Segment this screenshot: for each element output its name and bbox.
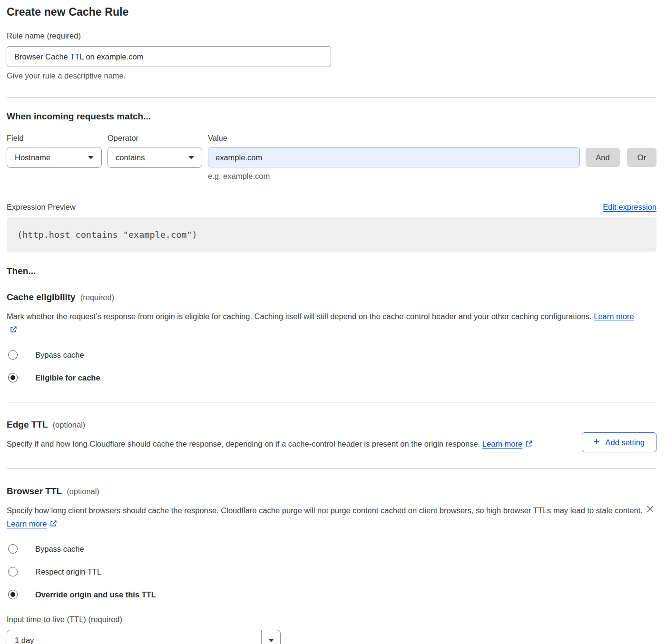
optional-note: (optional) <box>53 420 86 429</box>
field-select-value: Hostname <box>15 153 50 162</box>
radio-button-icon[interactable] <box>8 544 18 554</box>
chevron-down-icon <box>88 156 94 159</box>
or-button[interactable]: Or <box>627 148 656 167</box>
rule-name-help: Give your rule a descriptive name. <box>7 71 656 80</box>
radio-option-label: Respect origin TTL <box>35 567 101 576</box>
operator-label: Operator <box>108 134 208 143</box>
chevron-down-icon <box>268 639 274 642</box>
radio-option-bypass-cache[interactable]: Bypass cache <box>7 544 656 554</box>
dropdown-arrow-button[interactable] <box>261 630 280 644</box>
ttl-select-value: 1 day <box>7 630 261 644</box>
radio-option-label: Override origin and use this TTL <box>35 590 156 599</box>
add-setting-button[interactable]: + Add setting <box>582 432 656 452</box>
radio-button-icon[interactable] <box>8 350 18 360</box>
radio-option-label: Bypass cache <box>35 351 84 360</box>
plus-icon: + <box>594 437 600 447</box>
radio-option-eligible-for-cache[interactable]: Eligible for cache <box>7 373 656 382</box>
learn-more-link[interactable]: Learn more <box>594 312 634 321</box>
match-heading: When incoming requests match... <box>7 111 656 122</box>
edge-ttl-description: Specify if and how long Cloudflare shoul… <box>7 437 535 450</box>
operator-select-value: contains <box>116 153 145 162</box>
browser-ttl-section: Browser TTL (optional) Specify how long … <box>7 486 656 644</box>
cache-eligibility-heading: Cache eligibility <box>7 292 76 302</box>
expression-preview-label: Expression Preview <box>7 203 76 212</box>
radio-option-bypass-cache[interactable]: Bypass cache <box>7 350 656 360</box>
browser-ttl-heading: Browser TTL <box>7 486 62 497</box>
match-condition-row: Hostname contains And Or <box>7 147 656 168</box>
ttl-input-label: Input time-to-live (TTL) (required) <box>7 615 656 624</box>
radio-button-icon[interactable] <box>8 373 18 382</box>
section-divider <box>7 97 656 98</box>
learn-more-link[interactable]: Learn more <box>7 519 47 528</box>
radio-option-label: Bypass cache <box>35 545 84 554</box>
external-link-icon <box>10 326 17 333</box>
section-divider <box>7 468 656 469</box>
rule-name-input[interactable] <box>7 46 331 67</box>
expression-preview-row: Expression Preview Edit expression <box>7 203 656 212</box>
expression-code: (http.host contains "example.com") <box>17 230 197 240</box>
edge-ttl-section: Edge TTL (optional) + Add setting Specif… <box>7 420 656 450</box>
learn-more-link[interactable]: Learn more <box>482 439 522 448</box>
field-label: Field <box>7 134 108 143</box>
optional-note: (optional) <box>67 487 99 496</box>
remove-setting-button[interactable] <box>645 504 656 514</box>
and-button[interactable]: And <box>586 148 620 167</box>
value-input[interactable] <box>208 147 580 167</box>
value-label: Value <box>208 134 656 143</box>
browser-ttl-description: Specify how long client browsers should … <box>7 504 644 530</box>
ttl-select[interactable]: 1 day <box>7 630 281 644</box>
external-link-icon <box>49 520 57 527</box>
external-link-icon <box>525 440 533 448</box>
edge-ttl-heading: Edge TTL <box>7 420 48 430</box>
radio-button-icon[interactable] <box>8 567 18 576</box>
radio-option-override-origin-ttl[interactable]: Override origin and use this TTL <box>7 590 656 599</box>
field-select[interactable]: Hostname <box>7 147 102 168</box>
page-title: Create new Cache Rule <box>7 6 656 19</box>
radio-option-label: Eligible for cache <box>35 373 100 382</box>
section-divider <box>7 402 656 402</box>
expression-code-block: (http.host contains "example.com") <box>7 217 656 252</box>
radio-option-respect-origin-ttl[interactable]: Respect origin TTL <box>7 567 656 576</box>
rule-name-label: Rule name (required) <box>7 31 656 40</box>
then-heading: Then... <box>7 266 656 276</box>
chevron-down-icon <box>188 156 194 159</box>
close-icon <box>646 504 655 514</box>
value-help-text: e.g. example.com <box>208 172 656 181</box>
operator-select[interactable]: contains <box>108 147 202 168</box>
radio-button-icon[interactable] <box>8 590 18 599</box>
create-cache-rule-form: Create new Cache Rule Rule name (require… <box>0 0 666 644</box>
match-column-labels: Field Operator Value <box>7 134 656 143</box>
required-note: (required) <box>80 293 115 302</box>
cache-eligibility-description: Mark whether the request’s response from… <box>7 310 644 336</box>
edit-expression-link[interactable]: Edit expression <box>603 203 656 212</box>
add-setting-label: Add setting <box>605 438 645 447</box>
cache-eligibility-section: Cache eligibility (required) Mark whethe… <box>7 292 656 382</box>
